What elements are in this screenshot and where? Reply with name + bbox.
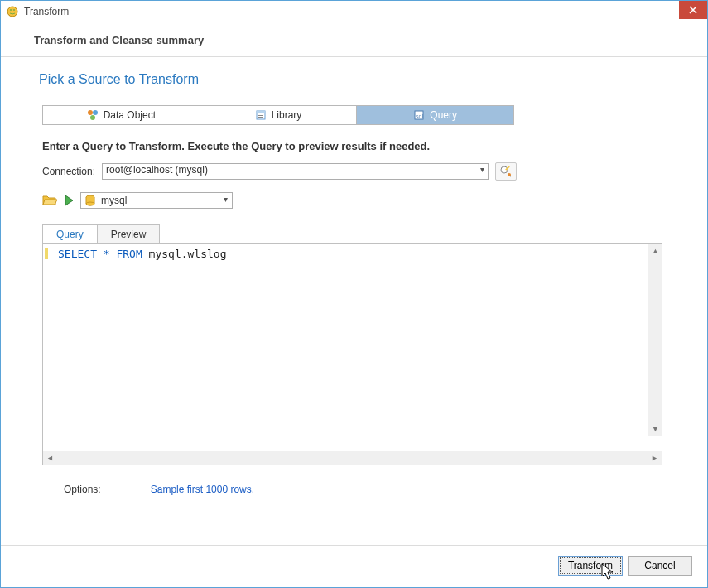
options-label: Options:	[64, 484, 101, 495]
tab-label: Query	[56, 229, 84, 240]
dialog-footer: Transform Cancel	[1, 545, 707, 587]
tab-label: Preview	[111, 229, 147, 240]
svg-rect-7	[257, 111, 265, 113]
query-editor-pane: SELECT * FROM mysql.wlslog ▲ ▼ ◄ ►	[42, 243, 662, 465]
svg-point-4	[93, 110, 98, 115]
connection-row: Connection: root@localhost (mysql)	[42, 162, 679, 181]
svg-point-5	[90, 115, 95, 120]
transform-dialog: Transform Transform and Cleanse summary …	[0, 0, 708, 588]
tab-library[interactable]: Library	[200, 106, 358, 124]
tab-data-object[interactable]: Data Object	[43, 106, 200, 124]
scroll-left-icon[interactable]: ◄	[43, 451, 57, 465]
window-title: Transform	[24, 6, 69, 17]
database-value: mysql	[101, 195, 127, 206]
svg-point-2	[13, 9, 15, 11]
options-row: Options: Sample first 1000 rows.	[64, 484, 679, 495]
instruction-text: Enter a Query to Transform. Execute the …	[42, 140, 679, 152]
connection-label: Connection:	[42, 166, 95, 177]
scroll-up-icon[interactable]: ▲	[648, 244, 662, 258]
horizontal-scrollbar[interactable]: ◄ ►	[43, 451, 662, 465]
svg-point-14	[508, 173, 511, 176]
tab-label: Data Object	[104, 109, 156, 121]
connection-settings-button[interactable]	[495, 162, 517, 181]
vertical-scrollbar[interactable]: ▲ ▼	[648, 244, 662, 436]
database-icon	[84, 195, 96, 206]
sql-text: mysql.wlslog	[149, 248, 227, 260]
editor-tabs: Query Preview	[42, 224, 679, 243]
svg-rect-9	[258, 117, 263, 118]
source-tabs: Data Object Library sql Query	[42, 105, 514, 125]
dialog-header: Transform and Cleanse summary	[1, 22, 707, 57]
svg-point-3	[88, 110, 93, 115]
gutter-marker	[45, 248, 48, 259]
connection-select[interactable]: root@localhost (mysql)	[102, 163, 489, 180]
svg-point-1	[10, 9, 12, 11]
cancel-button[interactable]: Cancel	[628, 556, 692, 576]
dialog-content: Pick a Source to Transform Data Object L…	[1, 57, 707, 545]
titlebar: Transform	[1, 1, 707, 22]
sample-rows-link[interactable]: Sample first 1000 rows.	[151, 484, 254, 495]
open-file-button[interactable]	[42, 194, 57, 207]
editor-tab-preview[interactable]: Preview	[97, 224, 161, 244]
close-button[interactable]	[679, 1, 707, 19]
tab-query[interactable]: sql Query	[357, 106, 513, 124]
connection-value: root@localhost (mysql)	[106, 164, 208, 176]
execute-button[interactable]	[62, 194, 75, 207]
query-icon: sql	[413, 109, 425, 121]
editor-tab-query[interactable]: Query	[42, 224, 98, 244]
svg-point-0	[7, 7, 17, 17]
library-icon	[255, 109, 267, 121]
tab-label: Query	[430, 109, 457, 121]
database-select[interactable]: mysql	[80, 192, 233, 209]
svg-text:sql: sql	[416, 113, 423, 120]
sql-keyword: SELECT * FROM	[58, 248, 142, 260]
query-editor[interactable]: SELECT * FROM mysql.wlslog ▲ ▼	[43, 244, 662, 451]
scroll-right-icon[interactable]: ►	[648, 451, 662, 465]
scroll-down-icon[interactable]: ▼	[648, 422, 662, 436]
app-icon	[6, 5, 19, 18]
transform-button[interactable]: Transform	[558, 556, 623, 576]
section-heading: Pick a Source to Transform	[39, 72, 679, 87]
svg-rect-8	[258, 115, 263, 116]
query-toolbar: mysql	[42, 192, 679, 209]
data-object-icon	[87, 109, 99, 121]
dialog-subtitle: Transform and Cleanse summary	[34, 34, 679, 46]
tab-label: Library	[272, 109, 302, 121]
